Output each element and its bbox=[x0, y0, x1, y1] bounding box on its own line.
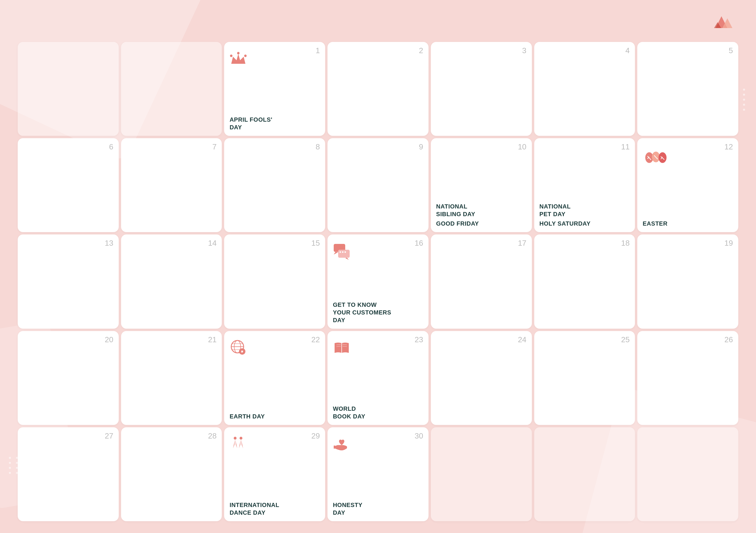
cell-day-number: 27 bbox=[105, 431, 113, 440]
cell-event-label: NATIONALPET DAY bbox=[540, 202, 571, 218]
svg-rect-16 bbox=[338, 250, 350, 258]
calendar-cell-25: 23 WORLDBOOK DAY bbox=[328, 331, 428, 425]
cell-event-label: INTERNATIONALDANCE DAY bbox=[230, 501, 279, 517]
calendar-row-4: 202122 EARTH DAY23 WORLDBOOK DAY242526 bbox=[18, 331, 738, 425]
cell-day-number: 11 bbox=[621, 142, 630, 151]
calendar-cell-20: 18 bbox=[534, 234, 635, 328]
calendar-grid: 1 APRIL FOOLS'DAY2345678910NATIONALSIBLI… bbox=[18, 42, 738, 521]
calendar-cell-6: 4 bbox=[534, 42, 635, 136]
calendar-cell-27: 25 bbox=[534, 331, 635, 425]
crown-icon-wrapper bbox=[230, 50, 247, 70]
calendar-row-2: 678910NATIONALSIBLING DAYGOOD FRIDAY11NA… bbox=[18, 138, 738, 232]
svg-point-32 bbox=[234, 437, 237, 440]
cell-day-number: 28 bbox=[208, 431, 217, 440]
calendar-cell-23: 21 bbox=[121, 331, 222, 425]
cell-event-label: EASTER bbox=[643, 220, 667, 227]
cell-day-number: 12 bbox=[724, 142, 733, 151]
book-icon-wrapper bbox=[333, 339, 351, 359]
cell-day-number: 22 bbox=[311, 335, 320, 344]
cell-day-number: 3 bbox=[522, 46, 526, 55]
cell-day-number: 8 bbox=[316, 142, 320, 151]
cell-day-number: 30 bbox=[415, 431, 423, 440]
day-header-fri bbox=[431, 36, 532, 39]
cell-day-number: 14 bbox=[208, 239, 217, 248]
svg-rect-20 bbox=[345, 252, 346, 253]
day-header-wed bbox=[224, 36, 325, 39]
calendar: 1 APRIL FOOLS'DAY2345678910NATIONALSIBLI… bbox=[18, 36, 738, 521]
cell-day-number: 16 bbox=[415, 239, 423, 248]
cell-event-label: WORLDBOOK DAY bbox=[333, 405, 365, 420]
calendar-cell-17: 15 bbox=[224, 234, 325, 328]
calendar-row-5: 272829 INTERNATIONALDANCE DAY30 HONESTYD… bbox=[18, 427, 738, 521]
day-header-sat bbox=[534, 36, 635, 39]
cell-event-label-2: HOLY SATURDAY bbox=[540, 220, 591, 227]
day-header-mon bbox=[18, 36, 119, 39]
cell-day-number: 26 bbox=[724, 335, 733, 344]
calendar-cell-33 bbox=[431, 427, 532, 521]
cell-event-label: GET TO KNOWYOUR CUSTOMERSDAY bbox=[333, 301, 391, 324]
calendar-cell-32: 30 HONESTYDAY bbox=[328, 427, 428, 521]
calendar-cell-13: 11NATIONALPET DAYHOLY SATURDAY bbox=[534, 138, 635, 232]
calendar-cell-21: 19 bbox=[637, 234, 738, 328]
cell-day-number: 23 bbox=[415, 335, 423, 344]
svg-point-3 bbox=[230, 55, 232, 57]
calendar-row-3: 13141516 GET TO KNOWYOUR CUSTOMERSDAY171… bbox=[18, 234, 738, 328]
cell-day-number: 6 bbox=[109, 142, 113, 151]
crown-icon bbox=[230, 50, 247, 67]
calendar-row-1: 1 APRIL FOOLS'DAY2345 bbox=[18, 42, 738, 136]
calendar-cell-35 bbox=[637, 427, 738, 521]
svg-marker-15 bbox=[334, 252, 338, 254]
day-headers bbox=[18, 36, 738, 39]
cell-day-number: 4 bbox=[626, 46, 630, 55]
page-header bbox=[18, 12, 738, 30]
calendar-cell-8: 6 bbox=[18, 138, 119, 232]
heart-hand-icon bbox=[333, 435, 351, 453]
dance-icon bbox=[230, 435, 247, 453]
calendar-cell-3: 1 APRIL FOOLS'DAY bbox=[224, 42, 325, 136]
cell-day-number: 1 bbox=[316, 46, 320, 55]
calendar-cell-18: 16 GET TO KNOWYOUR CUSTOMERSDAY bbox=[328, 234, 428, 328]
printful-logo bbox=[714, 12, 738, 30]
calendar-cell-28: 26 bbox=[637, 331, 738, 425]
cell-day-number: 17 bbox=[518, 239, 526, 248]
cell-event-label: APRIL FOOLS'DAY bbox=[230, 116, 272, 131]
calendar-cell-11: 9 bbox=[328, 138, 428, 232]
cell-day-number: 19 bbox=[724, 239, 733, 248]
cell-event-label: NATIONALSIBLING DAY bbox=[436, 202, 475, 218]
calendar-cell-15: 13 bbox=[18, 234, 119, 328]
chat-icon bbox=[333, 242, 351, 260]
svg-point-33 bbox=[240, 437, 243, 440]
calendar-cell-7: 5 bbox=[637, 42, 738, 136]
calendar-cell-9: 7 bbox=[121, 138, 222, 232]
earth-icon-wrapper bbox=[230, 339, 247, 359]
calendar-cell-22: 20 bbox=[18, 331, 119, 425]
svg-point-11 bbox=[659, 152, 666, 163]
svg-point-5 bbox=[237, 52, 239, 54]
cell-day-number: 21 bbox=[208, 335, 217, 344]
cell-day-number: 15 bbox=[311, 239, 320, 248]
svg-rect-19 bbox=[342, 252, 343, 253]
cell-day-number: 2 bbox=[419, 46, 423, 55]
cell-day-number: 18 bbox=[621, 239, 630, 248]
earth-icon bbox=[230, 339, 247, 357]
cell-day-number: 25 bbox=[621, 335, 630, 344]
calendar-cell-30: 28 bbox=[121, 427, 222, 521]
calendar-cell-1 bbox=[18, 42, 119, 136]
calendar-cell-24: 22 EARTH DAY bbox=[224, 331, 325, 425]
eggs-icon bbox=[643, 146, 669, 167]
cell-event-label: HONESTYDAY bbox=[333, 501, 362, 517]
eggs-icon-wrapper bbox=[643, 146, 669, 170]
calendar-cell-4: 2 bbox=[328, 42, 428, 136]
dance-icon-wrapper bbox=[230, 435, 247, 455]
calendar-cell-19: 17 bbox=[431, 234, 532, 328]
cell-event-label: EARTH DAY bbox=[230, 413, 265, 420]
day-header-sun bbox=[637, 36, 738, 39]
cell-day-number: 7 bbox=[212, 142, 216, 151]
chat-icon-wrapper bbox=[333, 242, 351, 262]
cell-day-number: 5 bbox=[729, 46, 733, 55]
svg-rect-18 bbox=[339, 252, 341, 253]
book-icon bbox=[333, 339, 351, 357]
cell-day-number: 13 bbox=[105, 239, 113, 248]
calendar-cell-31: 29 INTERNATIONALDANCE DAY bbox=[224, 427, 325, 521]
svg-point-4 bbox=[244, 55, 247, 57]
